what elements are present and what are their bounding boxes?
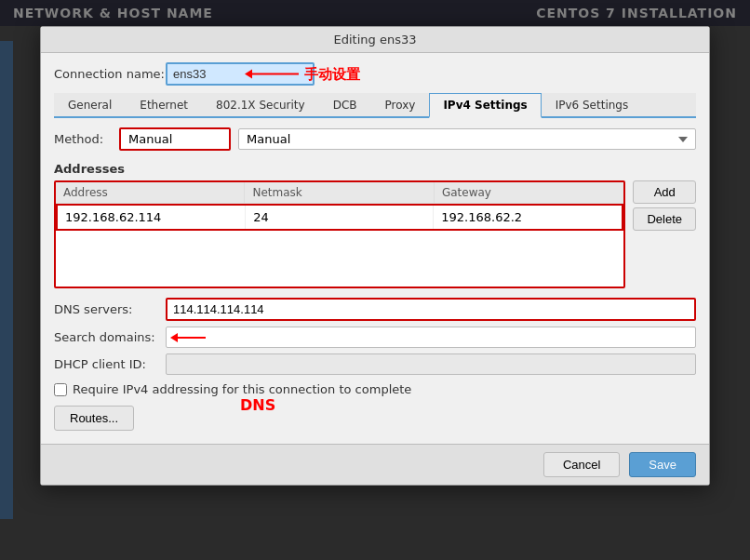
addr-cell-gateway: 192.168.62.2 [434,206,622,229]
tab-8021x[interactable]: 802.1X Security [202,93,319,118]
addr-cell-netmask: 24 [246,206,434,229]
dropdown-arrow-icon [678,137,688,142]
search-input[interactable] [166,327,696,348]
addr-col-header-address: Address [56,182,245,203]
bottom-row: Routes... [54,406,696,431]
addresses-table: Address Netmask Gateway 192.168.62.114 2… [54,180,625,288]
addresses-area: Address Netmask Gateway 192.168.62.114 2… [54,180,696,288]
require-ipv4-label: Require IPv4 addressing for this connect… [73,382,411,396]
save-button[interactable]: Save [629,452,696,477]
dialog-footer: Cancel Save [41,444,709,485]
tab-general[interactable]: General [54,93,126,118]
addr-col-header-gateway: Gateway [435,182,623,203]
table-row[interactable]: 192.168.62.114 24 192.168.62.2 [56,204,623,231]
routes-button[interactable]: Routes... [54,406,134,431]
dialog-titlebar: Editing ens33 [41,27,709,53]
dhcp-input [166,353,696,375]
method-select-value: Manual [128,132,221,146]
dns-label: DNS servers: [54,302,166,316]
tab-proxy[interactable]: Proxy [371,93,430,118]
bottom-section: DNS Routes... [54,406,696,431]
dialog-content: Connection name: 手动设置 General Ethernet 8… [41,53,709,444]
method-label: Method: [54,132,119,146]
cancel-button[interactable]: Cancel [543,452,620,477]
dns-input[interactable] [166,298,696,321]
addr-empty-space [56,231,623,287]
backdrop: Editing ens33 Connection name: 手动设置 [0,0,750,560]
conn-name-label: Connection name: [54,67,166,81]
addr-cell-address: 192.168.62.114 [58,206,246,229]
tab-ipv6[interactable]: IPv6 Settings [542,93,643,118]
tab-dcb[interactable]: DCB [319,93,371,118]
add-button[interactable]: Add [633,180,696,204]
tab-ipv4[interactable]: IPv4 Settings [429,93,541,118]
addr-header-row: Address Netmask Gateway [56,182,623,204]
method-select-box[interactable]: Manual [119,127,231,151]
conn-name-input[interactable] [166,62,315,86]
delete-button[interactable]: Delete [633,207,696,231]
dialog: Editing ens33 Connection name: 手动设置 [40,26,710,486]
search-row: Search domains: [54,327,696,348]
method-dropdown-text: Manual [247,132,673,146]
addr-buttons: Add Delete [633,180,696,288]
dhcp-row: DHCP client ID: [54,353,696,375]
dialog-title: Editing ens33 [334,33,417,47]
conn-name-row: Connection name: 手动设置 [54,62,696,86]
addr-col-header-netmask: Netmask [245,182,434,203]
method-row: Method: Manual Manual [54,127,696,151]
dns-row: DNS servers: [54,298,696,321]
tab-ethernet[interactable]: Ethernet [126,93,202,118]
dhcp-label: DHCP client ID: [54,357,166,371]
method-dropdown[interactable]: Manual [238,128,696,150]
search-label: Search domains: [54,330,166,344]
tabs-bar: General Ethernet 802.1X Security DCB Pro… [54,93,696,118]
require-ipv4-row: Require IPv4 addressing for this connect… [54,382,696,396]
require-ipv4-checkbox[interactable] [54,383,67,396]
addresses-title: Addresses [54,162,696,176]
